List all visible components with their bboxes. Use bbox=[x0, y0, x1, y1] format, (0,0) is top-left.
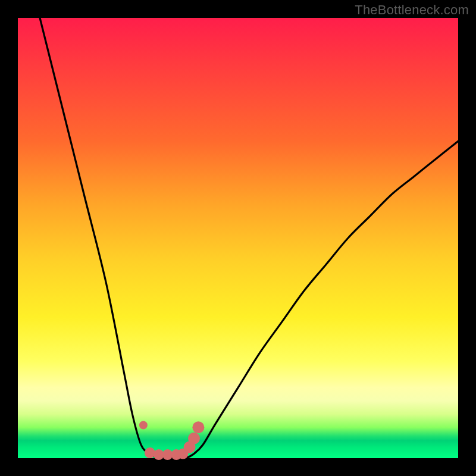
curve-svg bbox=[18, 18, 458, 458]
curve-path bbox=[18, 0, 458, 459]
valley-marker-7 bbox=[188, 433, 200, 444]
plot-area bbox=[18, 18, 458, 458]
watermark-text: TheBottleneck.com bbox=[355, 2, 469, 18]
bottleneck-curve bbox=[18, 0, 458, 459]
valley-marker-0 bbox=[139, 421, 148, 430]
chart-frame: TheBottleneck.com bbox=[0, 0, 476, 476]
valley-marker-1 bbox=[145, 447, 155, 458]
valley-marker-8 bbox=[192, 421, 204, 433]
